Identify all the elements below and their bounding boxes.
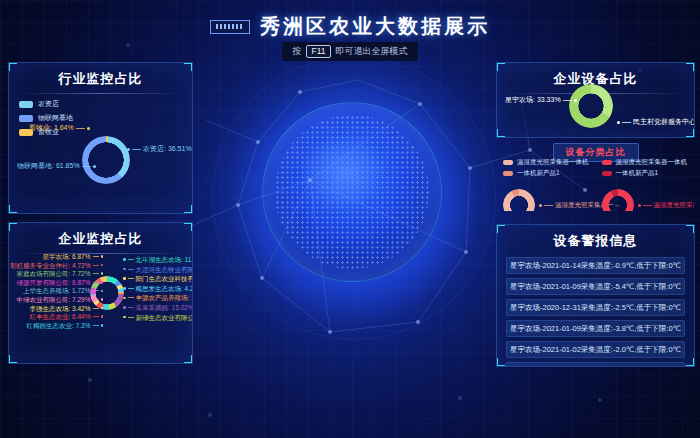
chart-label: 中绿农业有限公司: 7.29% — [16, 296, 103, 303]
legend-item[interactable]: 温湿度光照采集器一体机 — [503, 158, 589, 167]
category-donut-chart[interactable] — [602, 189, 634, 212]
panel-industry-monitor: 行业监控占比 农资店 物联网基地 畜牧业 畜牧业: 1.64% 农资店: 36.… — [8, 62, 193, 214]
corner-accent — [184, 62, 193, 71]
corner-accent — [496, 224, 505, 233]
alert-row: 星宇农场-2021-01-02采集温度:-2.0℃,低于下限:0℃ — [506, 341, 685, 358]
legend-swatch — [19, 115, 33, 122]
alert-row: 星宇农场-2020-12-31采集温度:-2.5℃,低于下限:0℃ — [506, 299, 685, 316]
chart-label: 红梅园生态农业: 7.3% — [27, 322, 103, 329]
corner-accent — [8, 222, 17, 231]
corner-accent — [184, 222, 193, 231]
chart-label: 民主村党群服务中心: — [617, 117, 695, 127]
category-donut-chart[interactable] — [503, 189, 535, 212]
hint-suffix: 即可退出全屏模式 — [336, 45, 408, 58]
legend-swatch — [503, 171, 513, 176]
corner-accent — [496, 62, 505, 71]
chart-label: 丰源农产品养殖场: 1. — [123, 294, 193, 301]
chart-label: 彩虹服务专业合作社: 4.72% — [10, 262, 103, 269]
chart-label: 北斗湖生态农场: 11.56% — [123, 256, 193, 263]
category-legend: 温湿度光照采集器一体机 一体机新产品1 — [503, 158, 589, 178]
chart-label: 星宇农场: 6.87% — [42, 253, 103, 260]
chart-label: 瓜果采摘园: 15.02% — [123, 304, 193, 311]
chart-label: 上华生态养殖场: 1.72% — [23, 287, 103, 294]
chart-label: 大运河生态牧业有限责任公 — [123, 266, 193, 273]
alert-row: 星宇农场-2021-01-14采集温度:-0.9℃,低于下限:0℃ — [506, 257, 685, 274]
corner-accent — [8, 62, 17, 71]
panel-enterprise-monitor: 企业监控占比 星宇农场: 6.87% 彩虹服务专业合作社: 4.72% 家庭农场… — [8, 222, 193, 364]
chart-label: 物联网基地: 61.85% — [17, 161, 96, 171]
hint-prefix: 按 — [292, 45, 301, 58]
legend-item[interactable]: 一体机新产品1 — [503, 169, 589, 178]
corner-accent — [8, 355, 17, 364]
f11-keycap: F11 — [306, 45, 330, 58]
corner-accent — [686, 129, 695, 138]
alert-row: 星宇农场-2021-01-09采集温度:-3.8℃,低于下限:0℃ — [506, 320, 685, 337]
legend-swatch — [503, 160, 513, 165]
chart-label: 阳门生态农业科技有限公 — [123, 275, 193, 282]
legend-item[interactable]: 温湿度光照采集器一体机 — [602, 158, 688, 167]
chart-label: 绿源开发有限公司: 6.87% — [16, 279, 103, 286]
legend-item[interactable]: 物联网基地 — [19, 113, 73, 123]
page-title: 秀洲区农业大数据展示 — [260, 13, 490, 40]
legend-label: 农资店 — [38, 99, 59, 109]
brand-logo-icon — [210, 20, 250, 34]
globe — [262, 102, 442, 282]
panel-title: 行业监控占比 — [9, 63, 192, 88]
device-category-group: 温湿度光照采集器一体机 一体机新产品1 温湿度光照采集器一→ — [497, 157, 596, 211]
alert-row: 星宇农场-2021-01-09采集温度:-5.4℃,低于下限:0℃ — [506, 278, 685, 295]
chart-label: 李强生态农场: 3.42% — [29, 305, 103, 312]
chart-label: 温湿度光照采集器一→ — [638, 201, 696, 210]
chart-label: 星宇农场: 33.33% — [505, 95, 577, 105]
legend-label: 温湿度光照采集器一体机 — [517, 158, 589, 167]
panel-title: 设备警报信息 — [497, 225, 694, 250]
panel-title: 企业监控占比 — [9, 223, 192, 248]
enterprise-labels-right: 北斗湖生态农场: 11.56% 大运河生态牧业有限责任公 阳门生态农业科技有限公… — [123, 256, 193, 321]
chart-label: 新绿生态农业有限公司: 6.87% — [123, 314, 193, 321]
legend-swatch — [602, 160, 612, 165]
legend-item[interactable]: 一体机新产品1 — [602, 169, 688, 178]
legend-swatch — [602, 171, 612, 176]
device-category-group: 温湿度光照采集器一体机 一体机新产品1 温湿度光照采集器一→ — [596, 157, 695, 211]
chart-label: 梅思发生态农场: 4.29 — [123, 285, 193, 292]
header: 秀洲区农业大数据展示 — [0, 13, 700, 40]
chart-label: 红丰生态农业: 6.44% — [29, 313, 103, 320]
panel-enterprise-device: 企业设备占比 星宇农场: 33.33% 民主村党群服务中心: — [496, 62, 695, 138]
category-legend: 温湿度光照采集器一体机 一体机新产品1 — [602, 158, 688, 178]
fullscreen-hint-bar: 按 F11 即可退出全屏模式 — [0, 42, 700, 61]
industry-donut-chart[interactable] — [82, 136, 130, 184]
device-donut-chart[interactable] — [569, 84, 613, 128]
legend-item[interactable]: 农资店 — [19, 99, 73, 109]
corner-accent — [496, 358, 505, 367]
panel-device-alerts: 设备警报信息 星宇农场-2021-01-14采集温度:-0.9℃,低于下限:0℃… — [496, 224, 695, 367]
legend-label: 一体机新产品1 — [616, 169, 659, 178]
chart-label: 农资店: 36.51% — [127, 144, 192, 154]
legend-label: 一体机新产品1 — [517, 169, 560, 178]
alert-row: 星宇农场-2021-01-09采集温度:-0.9℃,低于下限:0℃ — [506, 362, 685, 367]
chart-label: 畜牧业: 1.64% — [29, 123, 90, 133]
legend-label: 温湿度光照采集器一体机 — [616, 158, 688, 167]
corner-accent — [184, 355, 193, 364]
legend-swatch — [19, 101, 33, 108]
corner-accent — [686, 358, 695, 367]
alert-list: 星宇农场-2021-01-14采集温度:-0.9℃,低于下限:0℃ 星宇农场-2… — [506, 257, 685, 367]
corner-accent — [686, 62, 695, 71]
corner-accent — [8, 205, 17, 214]
corner-accent — [184, 205, 193, 214]
legend-label: 物联网基地 — [38, 113, 73, 123]
corner-accent — [496, 129, 505, 138]
enterprise-labels-left: 星宇农场: 6.87% 彩虹服务专业合作社: 4.72% 家庭农场有限公司: 7… — [11, 253, 103, 329]
chart-label: 家庭农场有限公司: 7.72% — [16, 270, 103, 277]
divider — [17, 93, 184, 94]
corner-accent — [686, 224, 695, 233]
panel-device-category: 设备分类占比 温湿度光照采集器一体机 一体机新产品1 温湿度光照采集器一→ — [496, 139, 695, 212]
